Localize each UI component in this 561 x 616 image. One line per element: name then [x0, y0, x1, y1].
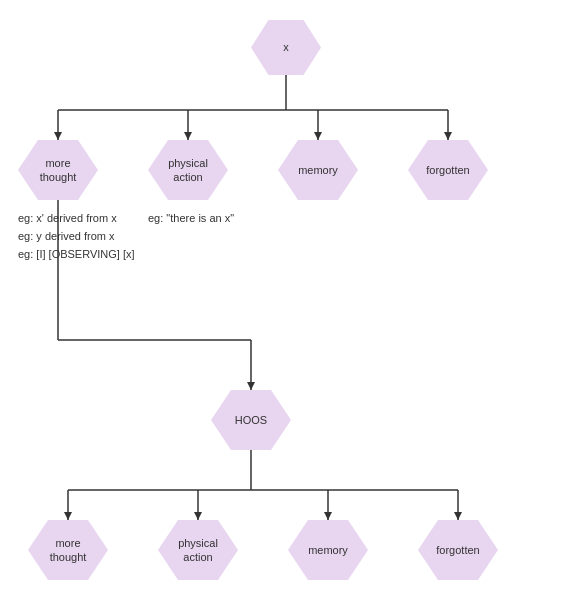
annotation-1: eg: x' derived from x	[18, 212, 117, 224]
svg-marker-6	[54, 132, 62, 140]
node-physical-action: physicalaction	[148, 140, 228, 200]
svg-marker-7	[184, 132, 192, 140]
node-more-thought: morethought	[18, 140, 98, 200]
node-forgotten: forgotten	[408, 140, 488, 200]
node-memory-2: memory	[288, 520, 368, 580]
svg-marker-21	[194, 512, 202, 520]
svg-marker-22	[324, 512, 332, 520]
node-hoos: HOOS	[211, 390, 291, 450]
node-memory: memory	[278, 140, 358, 200]
svg-marker-23	[454, 512, 462, 520]
root-node: x	[251, 20, 321, 75]
svg-marker-20	[64, 512, 72, 520]
svg-marker-8	[314, 132, 322, 140]
svg-marker-9	[444, 132, 452, 140]
node-physical-action-2: physicalaction	[158, 520, 238, 580]
annotation-4: eg: [I] [OBSERVING] [x]	[18, 248, 135, 260]
node-more-thought-2: morethought	[28, 520, 108, 580]
node-forgotten-2: forgotten	[418, 520, 498, 580]
annotation-3: eg: y derived from x	[18, 230, 115, 242]
annotation-2: eg: "there is an x"	[148, 212, 234, 224]
svg-marker-13	[247, 382, 255, 390]
